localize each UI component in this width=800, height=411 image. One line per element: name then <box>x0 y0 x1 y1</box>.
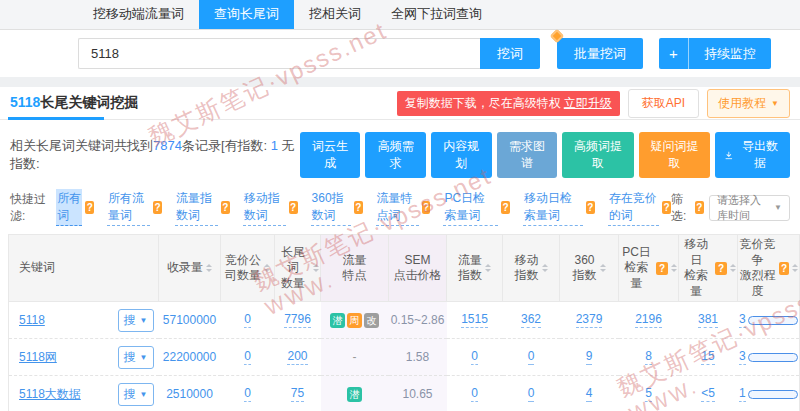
pc-daily-search-link[interactable]: 8 <box>645 350 652 365</box>
filter-link-7[interactable]: 移动日检索量词 <box>523 189 583 226</box>
sem-price: 1.58 <box>406 350 429 364</box>
filter-link-4[interactable]: 360指数词 <box>311 189 351 226</box>
tab-0[interactable]: 挖移动端流量词 <box>78 0 199 29</box>
keyword-link[interactable]: 5118大数据 <box>19 386 81 403</box>
traffic-index-link[interactable]: 1515 <box>461 313 488 328</box>
keyword-input[interactable] <box>78 38 480 69</box>
bidder-count-link[interactable]: 0 <box>244 387 251 402</box>
search-bar: 挖词 批量挖词 + 持续监控 <box>0 30 800 77</box>
filter-link-8[interactable]: 存在竞价的词 <box>608 189 659 226</box>
so360-index-link[interactable]: 4 <box>586 387 593 402</box>
traffic-index-link[interactable]: 0 <box>471 387 478 402</box>
action-button-2[interactable]: 内容规划 <box>431 132 492 178</box>
sort-icon[interactable] <box>671 264 677 272</box>
pc-daily-search-link[interactable]: 5 <box>645 387 652 402</box>
dig-button[interactable]: 挖词 <box>480 38 540 69</box>
help-icon[interactable]: ? <box>656 262 668 275</box>
sort-icon[interactable] <box>206 264 212 272</box>
bidder-count-link[interactable]: 0 <box>244 313 251 328</box>
batch-dig-button[interactable]: 批量挖词 <box>557 38 643 69</box>
sort-icon[interactable] <box>485 264 491 272</box>
filter-item-4: 360指数词? <box>311 189 363 226</box>
mobile-index-link[interactable]: 0 <box>528 387 535 402</box>
collected-count: 57100000 <box>163 313 216 327</box>
action-button-1[interactable]: 高频需求 <box>365 132 426 178</box>
help-icon[interactable]: ? <box>586 201 595 214</box>
traffic-index-link[interactable]: 0 <box>471 350 478 365</box>
mobile-daily-search-link[interactable]: <5 <box>701 387 715 402</box>
filter-link-1[interactable]: 所有流量词 <box>107 189 150 226</box>
column-header-9: PC日 检索量? <box>619 235 679 302</box>
column-label: 关键词 <box>19 260 55 276</box>
help-icon[interactable]: ? <box>153 201 162 214</box>
result-summary: 相关长尾词关键词共找到7874条记录[有指数: 1 无指数: <box>10 137 300 173</box>
search-engine-button[interactable]: 搜▼ <box>118 346 154 369</box>
column-label: 移动日 检索量 <box>680 237 712 299</box>
help-icon[interactable]: ? <box>289 201 298 214</box>
longtail-count-link[interactable]: 7796 <box>284 313 311 328</box>
filter-link-0[interactable]: 所有词 <box>56 189 82 226</box>
column-header-1: 收录量 <box>159 235 221 302</box>
help-icon[interactable]: ? <box>221 201 230 214</box>
help-icon[interactable]: ? <box>715 262 727 275</box>
active-title-underline <box>8 117 104 120</box>
competition-count-link[interactable]: 3 <box>739 313 746 328</box>
longtail-count-link[interactable]: 75 <box>291 387 304 402</box>
search-engine-button[interactable]: 搜▼ <box>118 309 154 332</box>
mobile-index-link[interactable]: 362 <box>521 313 541 328</box>
monitor-button-group: + 持续监控 <box>659 38 771 69</box>
competition-count-link[interactable]: 1 <box>739 387 746 402</box>
filter-link-2[interactable]: 流量指数词 <box>175 189 218 226</box>
action-button-4[interactable]: 高频词提取 <box>562 132 633 178</box>
search-engine-button[interactable]: 搜▼ <box>118 383 154 406</box>
table-row: 5118搜▼5710000007796潜周改0.15~2.86151536223… <box>9 302 800 339</box>
sort-icon[interactable] <box>730 264 736 272</box>
action-button-0[interactable]: 词云生成 <box>300 132 361 178</box>
add-monitor-button[interactable]: + <box>659 38 689 69</box>
export-data-button[interactable]: 导出数据 <box>715 132 790 178</box>
help-icon[interactable]: ? <box>695 201 704 214</box>
longtail-count-link[interactable]: 200 <box>287 350 307 365</box>
get-api-button[interactable]: 获取API <box>628 89 699 118</box>
tab-2[interactable]: 挖相关词 <box>294 0 376 29</box>
tab-1[interactable]: 查询长尾词 <box>199 0 294 29</box>
competition-bar <box>748 316 798 325</box>
tab-3[interactable]: 全网下拉词查询 <box>376 0 497 29</box>
traffic-feature-badge: 潜 <box>330 313 345 328</box>
mobile-daily-search-link[interactable]: 15 <box>701 350 714 365</box>
sort-icon[interactable] <box>264 264 270 272</box>
table-row: 5118网搜▼222000000200-1.580098153 <box>9 339 800 376</box>
keyword-link[interactable]: 5118网 <box>19 349 57 366</box>
help-icon[interactable]: ? <box>354 201 363 214</box>
continuous-monitor-button[interactable]: 持续监控 <box>689 38 771 69</box>
column-header-10: 移动日 检索量? <box>679 235 738 302</box>
action-button-3[interactable]: 需求图谱 <box>497 132 558 178</box>
tutorial-button[interactable]: 使用教程 ▼ <box>707 89 790 118</box>
search-button-label: 搜 <box>124 386 136 403</box>
help-icon[interactable]: ? <box>501 201 510 214</box>
so360-index-link[interactable]: 9 <box>586 350 593 365</box>
help-icon[interactable]: ? <box>662 201 671 214</box>
filter-item-3: 移动指数词? <box>243 189 298 226</box>
pc-daily-search-link[interactable]: 2196 <box>635 313 662 328</box>
competition-count-link[interactable]: 3 <box>739 350 746 365</box>
filter-link-5[interactable]: 流量特点词 <box>376 189 419 226</box>
help-icon[interactable]: ? <box>422 201 431 214</box>
filter-link-3[interactable]: 移动指数词 <box>243 189 286 226</box>
sort-icon[interactable] <box>600 264 606 272</box>
sort-icon[interactable] <box>313 264 319 272</box>
competition-bar <box>748 390 798 399</box>
mobile-daily-search-link[interactable]: 381 <box>698 313 718 328</box>
keyword-link[interactable]: 5118 <box>19 313 45 327</box>
upgrade-link[interactable]: 立即升级 <box>564 96 612 110</box>
bidder-count-link[interactable]: 0 <box>244 350 251 365</box>
so360-index-link[interactable]: 2379 <box>576 313 603 328</box>
entry-time-select[interactable]: 请选择入库时间 ▼ <box>709 195 790 221</box>
help-icon[interactable]: ? <box>779 262 789 275</box>
sort-icon[interactable] <box>542 264 548 272</box>
help-icon[interactable]: ? <box>85 201 94 214</box>
filter-link-6[interactable]: PC日检索量词 <box>443 189 498 226</box>
sort-icon[interactable] <box>792 264 798 272</box>
mobile-index-link[interactable]: 0 <box>528 350 535 365</box>
action-button-5[interactable]: 疑问词提取 <box>639 132 710 178</box>
